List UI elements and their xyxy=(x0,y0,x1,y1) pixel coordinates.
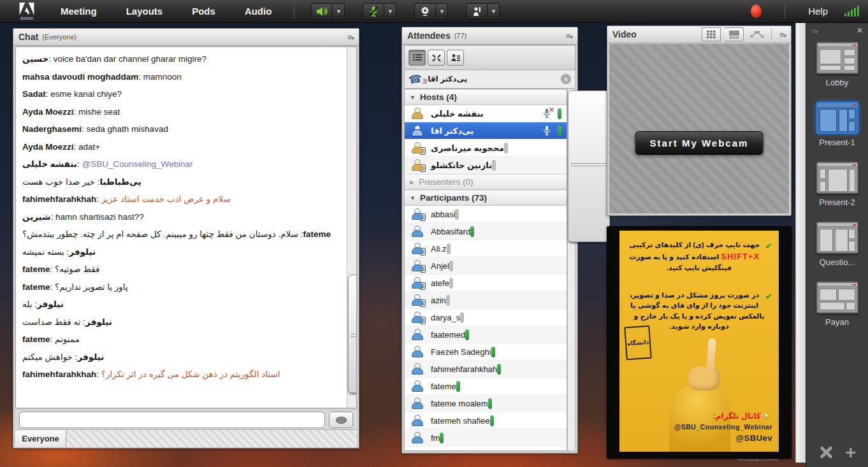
speaker-dropdown[interactable]: ▼ xyxy=(333,3,345,20)
attendee-row[interactable]: fm xyxy=(405,429,567,447)
attendees-pod-menu-icon[interactable]: ≡▾ xyxy=(566,31,572,41)
telephone-icon: ☎ xyxy=(408,71,423,87)
attendee-row[interactable]: faatemed xyxy=(405,326,567,343)
layout-present-2[interactable]: Present-2 xyxy=(816,162,858,207)
top-menu-bar: Adobe Meeting Layouts Pods Audio ▼ xyxy=(0,0,868,23)
close-sidebar-icon[interactable]: ✕ xyxy=(857,26,863,35)
attendee-status-view-button[interactable] xyxy=(447,50,464,66)
attendee-list-view-button[interactable] xyxy=(409,50,426,66)
attendee-row[interactable]: نازنین خانکشلو xyxy=(405,157,567,174)
layout-questions[interactable]: Questio... xyxy=(816,222,858,267)
breakout-view-button[interactable] xyxy=(428,50,445,66)
attendee-name: محجوبه میرناصری xyxy=(431,143,504,153)
layout-thumbnail[interactable] xyxy=(816,162,858,194)
microphone-button[interactable] xyxy=(363,3,384,20)
speaker-icon xyxy=(315,6,328,17)
fullscreen-icon[interactable]: ⤢⤡ xyxy=(750,29,763,40)
start-webcam-button[interactable]: Start My Webcam xyxy=(635,131,763,155)
chat-message: fahimehfarahkhah: سلام و عرض ادب خدمت اس… xyxy=(22,194,344,205)
raise-hand-dropdown[interactable]: ▼ xyxy=(488,3,500,20)
attendee-avatar-icon xyxy=(411,398,423,409)
chat-message-author: fateme xyxy=(303,229,331,239)
chat-message-author: mahsa davoudi moghaddam xyxy=(22,72,138,82)
attendee-avatar-icon xyxy=(411,159,423,171)
attendees-scrollbar-thumb[interactable] xyxy=(568,90,610,242)
attendee-name: atefe xyxy=(431,278,449,288)
layout-thumbnail[interactable] xyxy=(816,222,858,254)
layout-tools-icon[interactable] xyxy=(818,444,834,461)
attendee-row[interactable]: Anjel xyxy=(405,257,567,275)
chat-message: Sadat: esme kanal chiye? xyxy=(22,89,344,100)
layout-lobby[interactable]: Lobby xyxy=(816,42,858,87)
chat-message-author: نیلوفر xyxy=(85,317,112,327)
attendee-row[interactable]: darya_s xyxy=(405,309,567,326)
video-grid-view-button[interactable] xyxy=(702,27,721,41)
menu-meeting[interactable]: Meeting xyxy=(52,6,106,17)
attendee-row[interactable]: بنفشه خلیلی xyxy=(405,105,567,122)
voice-level-bar xyxy=(455,209,459,220)
attendee-avatar-icon xyxy=(411,226,423,237)
presenters-section-header[interactable]: ▶ Presenters (0) xyxy=(405,174,567,190)
toolbar-separator xyxy=(294,4,294,19)
poster-image: ✔ جهت تایپ حرف (ی) از کلیدهای ترکیبی SHI… xyxy=(619,231,779,452)
voice-level-bar xyxy=(504,143,508,154)
help-menu[interactable]: Help xyxy=(808,6,828,17)
chat-message: mahsa davoudi moghaddam: mamnoon xyxy=(22,71,344,83)
attendee-avatar-icon xyxy=(411,243,423,254)
video-pod-menu-icon[interactable]: ≡▾ xyxy=(779,30,786,40)
speaker-button[interactable] xyxy=(311,3,333,20)
chat-message-text: فقط صوتیه؟ xyxy=(55,264,100,274)
layout-present-1[interactable]: Present-1 xyxy=(816,102,858,147)
university-stamp: دانشگاه xyxy=(624,326,652,361)
tab-everyone[interactable]: Everyone xyxy=(15,430,66,447)
chat-pod-menu-icon[interactable]: ≡▾ xyxy=(347,32,354,42)
chat-message-text: نه فقط صداست xyxy=(22,317,80,327)
chat-send-button[interactable] xyxy=(329,412,353,428)
mobile-device-icon xyxy=(420,282,426,290)
attendee-row[interactable]: fateme moalem xyxy=(405,395,567,412)
attendee-row[interactable]: Abbasifard xyxy=(405,223,567,240)
hosts-section-header[interactable]: ▼ Hosts (4) xyxy=(405,89,567,105)
video-filmstrip-view-button[interactable] xyxy=(725,27,744,41)
chat-message-text: بله xyxy=(22,299,32,309)
webcam-button[interactable] xyxy=(414,3,436,20)
dismiss-speaker-icon[interactable]: ✕ xyxy=(561,74,571,84)
layout-thumbnail[interactable] xyxy=(816,282,858,313)
attendee-row[interactable]: Faezeh Sadeghi xyxy=(405,343,567,361)
chat-scrollbar-thumb[interactable] xyxy=(348,275,357,394)
connection-signal-icon[interactable] xyxy=(844,6,859,17)
layout-payan[interactable]: Payan xyxy=(816,282,858,327)
microphone-dropdown[interactable]: ▼ xyxy=(384,3,396,20)
chat-message-author: یی‌طباطبا xyxy=(99,177,141,187)
menu-audio[interactable]: Audio xyxy=(236,6,281,17)
chat-message: بنفشه خلیلی: @SBU_Counseling_Webinar xyxy=(22,159,344,170)
attendee-row[interactable]: Ali.z xyxy=(405,240,567,257)
webcam-dropdown[interactable]: ▼ xyxy=(436,3,448,20)
voice-level-bar xyxy=(460,312,464,323)
attendees-scrollbar[interactable] xyxy=(567,89,575,451)
attendee-row[interactable]: abbasi xyxy=(405,206,567,223)
attendee-name: fm xyxy=(431,433,440,443)
layout-thumbnail[interactable] xyxy=(816,42,858,74)
layouts-menu-icon[interactable]: ≡▾ xyxy=(811,26,818,36)
attendee-row[interactable]: محجوبه میرناصری xyxy=(405,140,567,157)
menu-layouts[interactable]: Layouts xyxy=(117,6,172,17)
chat-input[interactable] xyxy=(19,412,325,428)
active-speaker-name: یی‌دکتر اقا xyxy=(428,75,467,83)
attendee-row[interactable]: fahimehfarahkhah xyxy=(405,361,567,378)
chat-scrollbar[interactable] xyxy=(347,47,356,408)
menu-pods[interactable]: Pods xyxy=(183,6,224,17)
chat-message-text: سلام. دوستان من فقط چتها رو میبینم. کل ص… xyxy=(22,229,298,239)
attendee-row[interactable]: fatemeh shafiee xyxy=(405,412,567,429)
raise-hand-icon xyxy=(471,6,482,17)
add-layout-icon[interactable]: + xyxy=(845,444,857,461)
participants-section-header[interactable]: ▼ Participants (73) xyxy=(405,190,567,206)
chat-message: fateme: فقط صوتیه؟ xyxy=(22,264,344,275)
attendee-row[interactable]: azin xyxy=(405,292,567,309)
layout-thumbnail[interactable] xyxy=(816,102,858,134)
attendee-row[interactable]: fateme xyxy=(405,378,567,395)
chat-input-bar xyxy=(15,410,357,429)
attendee-row[interactable]: یی‌دکتر اقا xyxy=(405,122,567,140)
raise-hand-button[interactable] xyxy=(466,3,488,20)
attendee-row[interactable]: atefe xyxy=(405,275,567,292)
